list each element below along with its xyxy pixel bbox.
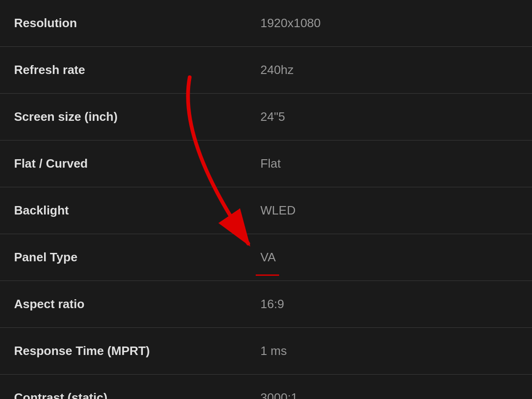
spec-value-flat-curved: Flat (256, 147, 523, 180)
specs-table: Resolution1920x1080Refresh rate240hzScre… (0, 0, 532, 399)
spec-value-screen-size: 24"5 (256, 100, 523, 133)
spec-value-panel-type: VA (256, 241, 523, 274)
spec-row-backlight: BacklightWLED (0, 187, 532, 234)
spec-row-contrast: Contrast (static)3000:1 (0, 375, 532, 399)
spec-label-response-time: Response Time (MPRT) (9, 334, 256, 368)
spec-row-response-time: Response Time (MPRT)1 ms (0, 328, 532, 375)
spec-row-panel-type: Panel TypeVA (0, 234, 532, 281)
spec-label-panel-type: Panel Type (9, 241, 256, 274)
spec-label-flat-curved: Flat / Curved (9, 147, 256, 180)
spec-label-refresh-rate: Refresh rate (9, 53, 256, 87)
spec-row-aspect-ratio: Aspect ratio16:9 (0, 281, 532, 328)
spec-value-contrast: 3000:1 (256, 381, 523, 399)
spec-label-contrast: Contrast (static) (9, 381, 256, 399)
spec-label-backlight: Backlight (9, 194, 256, 227)
spec-row-screen-size: Screen size (inch)24"5 (0, 94, 532, 140)
spec-row-flat-curved: Flat / CurvedFlat (0, 140, 532, 187)
spec-value-aspect-ratio: 16:9 (256, 288, 523, 321)
spec-label-screen-size: Screen size (inch) (9, 100, 256, 133)
spec-label-aspect-ratio: Aspect ratio (9, 288, 256, 321)
spec-value-resolution: 1920x1080 (256, 7, 523, 40)
spec-value-backlight: WLED (256, 194, 523, 227)
spec-label-resolution: Resolution (9, 7, 256, 40)
spec-row-resolution: Resolution1920x1080 (0, 0, 532, 47)
spec-row-refresh-rate: Refresh rate240hz (0, 47, 532, 94)
spec-value-response-time: 1 ms (256, 334, 523, 368)
spec-value-refresh-rate: 240hz (256, 53, 523, 87)
